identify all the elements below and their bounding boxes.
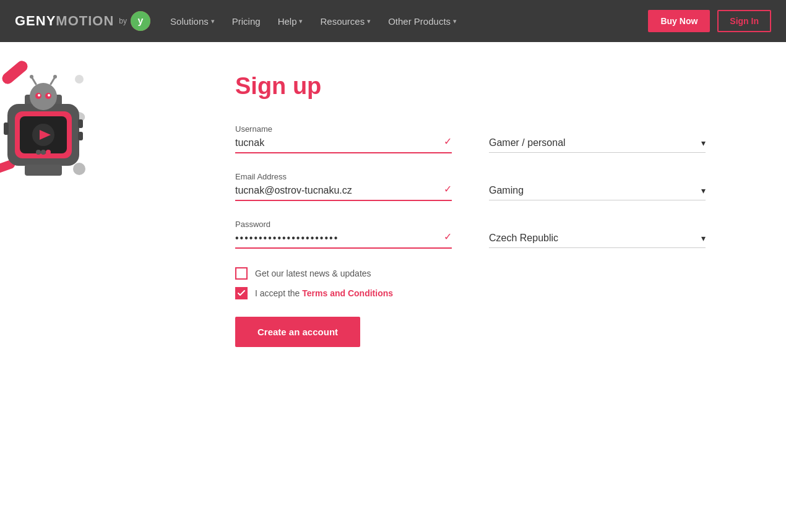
check-icon: ✓ [444,135,452,147]
svg-point-18 [38,94,40,97]
nav-resources-label: Resources [320,16,365,27]
logo-motion: MOTION [56,13,114,28]
svg-point-28 [46,150,51,155]
news-checkbox-label: Get our latest news & updates [255,268,371,278]
logo-by: by [119,17,127,25]
terms-checkbox-label: I accept the Terms and Conditions [255,288,393,298]
nav-pricing[interactable]: Pricing [232,16,261,27]
terms-prefix: I accept the [255,288,302,298]
svg-point-26 [36,150,41,155]
chevron-down-icon: ▾ [453,17,457,25]
chevron-down-icon: ▾ [701,233,706,243]
email-label: Email Address [235,172,452,181]
password-group: Password ✓ [235,220,452,249]
svg-point-20 [48,94,50,97]
chevron-down-icon: ▾ [701,186,706,195]
nav-links: Solutions ▾ Pricing Help ▾ Resources ▾ O… [170,16,457,27]
svg-line-13 [32,78,36,84]
email-group: Email Address ✓ [235,172,452,201]
logo-icon: y [131,11,150,31]
terms-link[interactable]: Terms and Conditions [302,288,393,298]
navbar: GENYMOTION by y Solutions ▾ Pricing Help… [0,0,786,42]
navbar-left: GENYMOTION by y Solutions ▾ Pricing Help… [15,11,457,31]
nav-other-products-label: Other Products [388,16,451,27]
nav-pricing-label: Pricing [232,16,261,27]
country-select-value: Czech Republic [489,233,558,244]
nav-help-label: Help [278,16,297,27]
profile-select[interactable]: Gamer / personal ▾ [489,137,706,153]
nav-resources[interactable]: Resources ▾ [320,16,371,27]
logo-geny: GENY [15,13,56,28]
check-icon: ✓ [444,183,452,195]
username-input-wrapper: ✓ [235,137,452,153]
svg-rect-24 [78,119,83,128]
email-input-wrapper: ✓ [235,185,452,201]
chevron-down-icon: ▾ [211,17,215,25]
form-row-username: Username ✓ Gamer / personal ▾ [235,124,706,153]
username-label: Username [235,124,452,134]
form-row-email: Email Address ✓ Gaming ▾ [235,172,706,201]
svg-point-27 [41,150,46,155]
password-input-wrapper: ✓ [235,233,452,249]
username-group: Username ✓ [235,124,452,153]
svg-point-5 [73,163,85,175]
nav-solutions-label: Solutions [170,16,209,27]
nav-other-products[interactable]: Other Products ▾ [388,16,457,27]
profile-label [489,124,706,134]
nav-help[interactable]: Help ▾ [278,16,303,27]
username-input[interactable] [235,137,452,148]
buy-now-button[interactable]: Buy Now [648,10,710,32]
chevron-down-icon: ▾ [367,17,371,25]
password-label: Password [235,220,452,229]
sign-in-button[interactable]: Sign In [717,10,771,32]
illustration-area [0,42,186,532]
news-checkbox[interactable] [235,267,248,280]
terms-checkbox-row: I accept the Terms and Conditions [235,287,706,299]
logo[interactable]: GENYMOTION by y [15,11,150,31]
navbar-right: Buy Now Sign In [648,10,771,32]
nav-solutions[interactable]: Solutions ▾ [170,16,215,27]
svg-point-12 [30,83,57,110]
main-content: Sign up Username ✓ Gamer / personal ▾ [0,42,786,532]
check-icon: ✓ [444,231,452,242]
robot-illustration [0,61,99,191]
country-group: Czech Republic ▾ [489,220,706,249]
password-input[interactable] [235,233,452,244]
email-input[interactable] [235,185,452,196]
svg-rect-25 [78,132,83,140]
svg-line-15 [51,78,54,84]
svg-point-16 [53,75,57,79]
form-area: Sign up Username ✓ Gamer / personal ▾ [186,42,743,532]
country-select[interactable]: Czech Republic ▾ [489,233,706,248]
activity-select[interactable]: Gaming ▾ [489,185,706,200]
svg-rect-23 [4,122,9,135]
activity-label [489,172,706,181]
country-label [489,220,706,229]
terms-checkbox[interactable] [235,287,248,299]
create-account-button[interactable]: Create an account [235,317,360,347]
checkmark-icon [238,290,245,296]
news-checkbox-row: Get our latest news & updates [235,267,706,280]
chevron-down-icon: ▾ [701,138,706,148]
checkbox-area: Get our latest news & updates I accept t… [235,267,706,299]
svg-point-6 [75,75,84,84]
activity-select-value: Gaming [489,185,524,196]
page-title: Sign up [235,73,706,100]
svg-point-14 [30,75,33,79]
svg-rect-9 [25,165,62,176]
svg-rect-2 [0,61,30,86]
profile-select-value: Gamer / personal [489,137,566,148]
logo-text: GENYMOTION [15,13,114,29]
svg-text:y: y [138,15,144,26]
profile-group: Gamer / personal ▾ [489,124,706,153]
chevron-down-icon: ▾ [299,17,303,25]
form-row-password: Password ✓ Czech Republic ▾ [235,220,706,249]
activity-group: Gaming ▾ [489,172,706,201]
